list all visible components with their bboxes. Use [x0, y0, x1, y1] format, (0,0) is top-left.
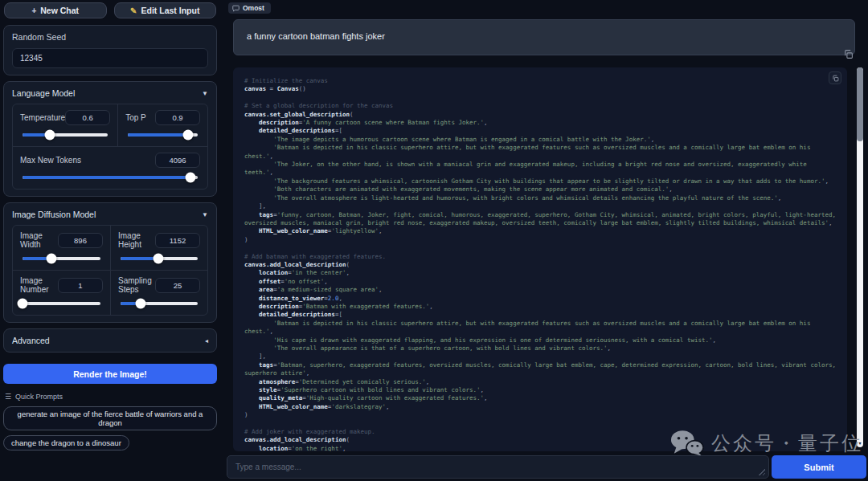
random-seed-panel: Random Seed — [3, 25, 217, 75]
slider-track[interactable] — [121, 257, 198, 260]
slider-track[interactable] — [128, 133, 198, 137]
advanced-header[interactable]: Advanced ◂ — [12, 336, 208, 345]
code-line — [244, 244, 836, 252]
code-line: ) — [244, 411, 836, 419]
quick-prompt-pill[interactable]: generate an image of the fierce battle o… — [3, 406, 217, 430]
slider-track[interactable] — [23, 302, 100, 305]
render-image-button[interactable]: Render the Image! — [3, 364, 217, 384]
code-line: tags='Batman, superhero, exaggerated fea… — [244, 361, 836, 378]
chevron-left-icon: ◂ — [205, 337, 208, 344]
slider-value[interactable]: 25 — [155, 278, 200, 293]
menu-icon: ☰ — [5, 393, 11, 401]
chatbot-icon — [232, 5, 240, 12]
language-model-header[interactable]: Language Model ▼ — [12, 88, 208, 98]
watermark-text: 公众号・量子位 — [711, 430, 863, 456]
advanced-title: Advanced — [12, 336, 50, 345]
slider-image-height: Image Height1152 — [110, 226, 207, 270]
code-line: ) — [244, 236, 836, 244]
code-line: 'His cape is drawn with exaggerated flap… — [244, 336, 836, 344]
slider-handle[interactable] — [44, 130, 55, 141]
slider-label: Temperature — [20, 113, 65, 122]
code-line: 'Both characters are animated with exagg… — [244, 185, 836, 194]
user-message-bubble: a funny cartoon batman fights joker — [233, 19, 855, 55]
code-block-content: # Initialize the canvascanvas = Canvas()… — [244, 77, 836, 451]
copy-code-button[interactable] — [829, 71, 841, 84]
code-line: 'The image depicts a humorous cartoon sc… — [244, 136, 836, 144]
random-seed-input[interactable] — [12, 48, 208, 68]
chat-scrollbar[interactable]: ▾ — [857, 67, 863, 447]
pencil-icon: ✎ — [130, 6, 137, 15]
slider-track[interactable] — [121, 302, 198, 305]
submit-button[interactable]: Submit — [772, 455, 866, 479]
quick-prompts-list: generate an image of the fierce battle o… — [3, 406, 217, 450]
slider-track[interactable] — [23, 257, 100, 260]
slider-value[interactable]: 0.9 — [155, 110, 200, 125]
code-line: ], — [244, 353, 836, 361]
code-line: description='A funny cartoon scene where… — [244, 119, 836, 127]
image-diffusion-title: Image Diffusion Model — [12, 210, 96, 219]
code-line — [244, 94, 836, 102]
lm-sliders: Temperature0.6Top P0.9Max New Tokens4096 — [12, 104, 208, 190]
random-seed-label: Random Seed — [12, 32, 208, 42]
advanced-accordion: Advanced ◂ — [3, 328, 217, 353]
code-line: # Set a global description for the canva… — [244, 102, 836, 110]
code-line: canvas.set_global_description( — [244, 111, 836, 119]
quick-prompts-title: Quick Prompts — [15, 393, 63, 401]
copy-icon — [832, 75, 839, 82]
language-model-title: Language Model — [12, 88, 75, 98]
code-line: tags='funny, cartoon, Batman, Joker, fig… — [244, 211, 836, 228]
message-input[interactable] — [227, 455, 769, 479]
scrollbar-thumb[interactable] — [857, 67, 863, 141]
slider-top-p: Top P0.9 — [117, 104, 207, 146]
language-model-accordion: Language Model ▼ Temperature0.6Top P0.9M… — [3, 81, 217, 197]
slider-sampling-steps: Sampling Steps25 — [110, 270, 207, 315]
code-line: 'The overall atmosphere is light-hearted… — [244, 194, 836, 202]
new-chat-button[interactable]: + New Chat — [4, 2, 107, 18]
slider-handle[interactable] — [182, 130, 193, 141]
code-line: area='a medium-sized square area', — [244, 286, 836, 294]
slider-value[interactable]: 0.6 — [65, 110, 110, 125]
chevron-down-icon: ▼ — [202, 211, 208, 218]
new-chat-label: New Chat — [40, 6, 79, 15]
code-line: detailed_descriptions=[ — [244, 127, 836, 135]
code-line: 'The overall appearance is that of a sup… — [244, 344, 836, 353]
slider-handle[interactable] — [18, 299, 28, 309]
slider-label: Image Height — [118, 231, 155, 249]
slider-track[interactable] — [23, 133, 108, 137]
sidebar: + New Chat ✎ Edit Last Input Random Seed… — [3, 0, 217, 455]
code-line: canvas.add_local_description( — [244, 261, 836, 269]
slider-handle[interactable] — [46, 254, 56, 264]
slider-label: Image Width — [20, 231, 58, 249]
chat-panel: Omost a funny cartoon batman fights joke… — [223, 0, 868, 481]
code-line: 'Batman is depicted in his classic super… — [244, 144, 836, 161]
slider-fill — [23, 176, 190, 179]
slider-temperature: Temperature0.6 — [13, 104, 117, 146]
quick-prompts-header: ☰ Quick Prompts — [5, 393, 215, 401]
slider-value[interactable]: 4096 — [155, 153, 200, 168]
sd-sliders: Image Width896Image Height1152Image Numb… — [12, 225, 208, 316]
textarea-resize-handle[interactable] — [758, 468, 765, 475]
slider-image-number: Image Number1 — [13, 270, 110, 315]
code-line: style='Superhero cartoon with bold lines… — [244, 386, 836, 394]
edit-last-input-label: Edit Last Input — [141, 6, 199, 15]
quick-prompt-pill[interactable]: change the dragon to a dinosaur — [3, 435, 129, 450]
slider-fill — [128, 133, 188, 137]
copy-message-icon[interactable] — [843, 49, 854, 59]
user-message-text: a funny cartoon batman fights joker — [247, 31, 385, 41]
slider-value[interactable]: 1 — [58, 278, 103, 293]
slider-value[interactable]: 1152 — [155, 233, 200, 248]
edit-last-input-button[interactable]: ✎ Edit Last Input — [114, 2, 217, 18]
slider-handle[interactable] — [154, 254, 164, 264]
slider-track[interactable] — [23, 176, 198, 179]
slider-value[interactable]: 896 — [58, 233, 103, 248]
slider-label: Image Number — [20, 276, 58, 294]
code-line: quality_meta='High-quality cartoon with … — [244, 394, 836, 402]
image-diffusion-header[interactable]: Image Diffusion Model ▼ — [12, 210, 208, 219]
code-line: HTML_web_color_name='darkslategray', — [244, 403, 836, 411]
assistant-code-message: # Initialize the canvascanvas = Canvas()… — [233, 67, 847, 451]
code-line: canvas = Canvas() — [244, 85, 836, 93]
slider-label: Top P — [125, 113, 146, 122]
slider-label: Sampling Steps — [118, 276, 155, 294]
slider-handle[interactable] — [186, 173, 196, 183]
slider-handle[interactable] — [135, 299, 145, 309]
